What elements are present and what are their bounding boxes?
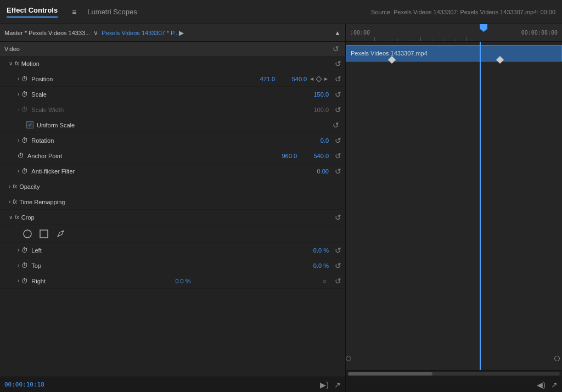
scale-stopwatch-icon[interactable]: ⏱ xyxy=(21,91,28,98)
position-y-value[interactable]: 540.0 xyxy=(279,76,307,82)
rotation-stopwatch-icon[interactable]: ⏱ xyxy=(21,137,28,144)
keyframe-circle-left[interactable] xyxy=(346,356,351,361)
rectangle-tool-btn[interactable] xyxy=(38,228,49,239)
position-x-value[interactable]: 471.0 xyxy=(248,76,275,82)
rotation-row: › ⏱ Rotation 0.0 ↺ xyxy=(0,133,345,148)
scale-width-stopwatch-icon: ⏱ xyxy=(21,106,28,114)
anti-flicker-reset-btn[interactable]: ↺ xyxy=(333,167,343,176)
timeline-clip-label: Pexels Videos 1433307.mp4 xyxy=(351,50,428,57)
crop-chevron-icon[interactable]: ∨ xyxy=(9,214,13,220)
fx-badge-opacity: fx xyxy=(13,183,17,189)
anchor-reset-btn[interactable]: ↺ xyxy=(333,152,343,160)
anchor-stopwatch-icon[interactable]: ⏱ xyxy=(18,152,24,160)
export-icon[interactable]: ↗ xyxy=(334,380,341,389)
next-frame-icon[interactable]: ↗ xyxy=(551,380,558,389)
crop-left-value[interactable]: 0.0 % xyxy=(301,247,329,254)
timecode: 00:00:10:18 xyxy=(4,381,44,388)
next-keyframe-icon[interactable]: ► xyxy=(323,76,329,82)
motion-reset-btn[interactable]: ↺ xyxy=(333,59,343,68)
rotation-reset-btn[interactable]: ↺ xyxy=(333,136,343,145)
play-arrow-icon[interactable]: ▶ xyxy=(179,29,184,37)
scale-label: Scale xyxy=(31,91,301,98)
time-remap-label[interactable]: Time Remapping xyxy=(19,199,343,205)
section-video: Video ↺ xyxy=(0,42,345,56)
anti-flicker-stopwatch-icon[interactable]: ⏱ xyxy=(21,167,28,175)
scrollbar-track[interactable] xyxy=(348,372,560,376)
fx-motion-row: ∨ fx Motion ↺ xyxy=(0,56,345,71)
keyframe-circle-right[interactable] xyxy=(554,356,560,361)
anchor-y-value[interactable]: 540.0 xyxy=(301,153,329,159)
scale-width-value: 100.0 xyxy=(301,107,329,113)
fx-crop-row: ∨ fx Crop ↺ xyxy=(0,210,345,225)
position-stopwatch-icon[interactable]: ⏱ xyxy=(21,75,28,83)
status-right: ▶) ↗ xyxy=(320,380,341,389)
scale-width-row: › ⏱ Scale Width 100.0 ↺ xyxy=(0,102,345,117)
crop-right-reset-btn[interactable]: ↺ xyxy=(333,277,343,285)
scale-width-label: Scale Width xyxy=(31,107,301,113)
uniform-scale-reset-btn[interactable]: ↺ xyxy=(331,121,341,130)
master-label[interactable]: Master * Pexels Videos 14333... xyxy=(4,30,90,36)
scrollbar-area xyxy=(346,370,562,377)
left-panel: Master * Pexels Videos 14333... ∨ Pexels… xyxy=(0,24,346,392)
uniform-scale-checkbox[interactable]: ✓ xyxy=(26,121,33,128)
crop-label[interactable]: Crop xyxy=(21,214,175,221)
add-keyframe-btn[interactable] xyxy=(316,76,322,82)
prev-keyframe-icon[interactable]: ◄ xyxy=(309,76,314,82)
ruler-tick-3 xyxy=(397,39,398,41)
ellipse-tool-btn[interactable] xyxy=(22,228,33,239)
crop-top-reset-btn[interactable]: ↺ xyxy=(333,261,343,270)
anti-flicker-chevron-icon[interactable]: › xyxy=(18,168,19,174)
right-status-bar: ◀) ↗ xyxy=(346,377,562,392)
tab-lumetri-scopes[interactable]: Lumetri Scopes xyxy=(87,8,137,16)
crop-left-reset-btn[interactable]: ↺ xyxy=(333,246,343,255)
crop-left-chevron-icon[interactable]: › xyxy=(18,247,19,253)
source-header: Master * Pexels Videos 14333... ∨ Pexels… xyxy=(0,24,345,42)
crop-top-stopwatch-icon[interactable]: ⏱ xyxy=(21,262,28,270)
ruler-tick-5 xyxy=(420,37,421,41)
crop-right-chevron-icon[interactable]: › xyxy=(18,278,19,284)
timeline-area: Pexels Videos 1433307.mp4 xyxy=(346,42,562,370)
anchor-x-value[interactable]: 960.0 xyxy=(269,153,297,159)
tab-effect-controls[interactable]: Effect Controls xyxy=(7,6,58,18)
crop-top-value[interactable]: 0.0 % xyxy=(301,262,329,269)
playhead-line xyxy=(480,42,481,370)
opacity-label[interactable]: Opacity xyxy=(19,183,343,190)
tab-menu-icon[interactable]: ≡ xyxy=(72,8,76,16)
time-remap-chevron-icon[interactable]: › xyxy=(9,199,10,205)
crop-left-stopwatch-icon[interactable]: ⏱ xyxy=(21,247,28,254)
playhead[interactable] xyxy=(480,24,487,32)
ruler-ticks xyxy=(370,24,521,41)
scale-chevron-icon[interactable]: › xyxy=(18,91,19,97)
video-reset-btn[interactable]: ↺ xyxy=(331,44,341,53)
scale-width-reset-btn[interactable]: ↺ xyxy=(333,105,343,114)
render-icon[interactable]: ▶) xyxy=(320,380,329,389)
svg-point-2 xyxy=(63,230,64,232)
ruler-tick-2 xyxy=(386,39,386,41)
prev-frame-icon[interactable]: ◀) xyxy=(537,380,546,389)
scale-reset-btn[interactable]: ↺ xyxy=(333,90,343,99)
time-start: :00:00 xyxy=(350,30,370,36)
playhead-flag xyxy=(480,24,487,32)
position-chevron-icon[interactable]: › xyxy=(18,76,19,82)
scale-value[interactable]: 150.0 xyxy=(301,91,329,98)
crop-tools-row xyxy=(0,225,345,243)
crop-top-chevron-icon[interactable]: › xyxy=(18,262,19,268)
timeline-clip[interactable]: Pexels Videos 1433307.mp4 xyxy=(346,45,562,61)
pen-tool-btn[interactable] xyxy=(55,228,66,239)
crop-right-row: › ⏱ Right 0.0 % ○ ↺ xyxy=(0,273,345,289)
motion-chevron-icon[interactable]: ∨ xyxy=(9,60,13,66)
scroll-up-icon[interactable]: ▲ xyxy=(334,29,341,37)
scrollbar-thumb[interactable] xyxy=(348,372,432,376)
position-reset-btn[interactable]: ↺ xyxy=(333,75,343,83)
crop-reset-btn[interactable]: ↺ xyxy=(333,213,343,222)
anchor-label: Anchor Point xyxy=(27,153,269,159)
anti-flicker-value[interactable]: 0.00 xyxy=(301,168,329,175)
rotation-chevron-icon[interactable]: › xyxy=(18,137,19,143)
clip-name[interactable]: Pexels Videos 1433307 * P... xyxy=(102,30,179,36)
crop-right-value[interactable]: 0.0 % xyxy=(164,278,191,284)
rotation-value[interactable]: 0.0 xyxy=(301,137,329,144)
opacity-chevron-icon[interactable]: › xyxy=(9,183,10,189)
source-chevron-icon[interactable]: ∨ xyxy=(93,29,98,37)
crop-right-stopwatch-icon[interactable]: ⏱ xyxy=(21,277,28,285)
motion-label[interactable]: Motion xyxy=(21,60,175,67)
